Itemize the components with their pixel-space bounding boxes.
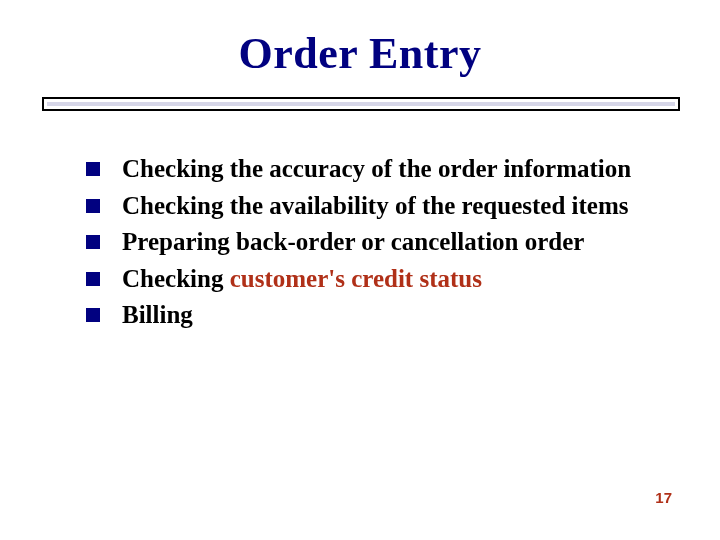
bullet-icon	[86, 235, 100, 249]
bullet-icon	[86, 308, 100, 322]
slide-title: Order Entry	[40, 28, 680, 79]
bullet-list: Checking the accuracy of the order infor…	[86, 153, 680, 332]
page-number: 17	[655, 489, 672, 506]
list-item-text: Checking customer's credit status	[122, 263, 482, 296]
bullet-icon	[86, 162, 100, 176]
list-item: Billing	[86, 299, 680, 332]
divider-fill	[47, 102, 675, 106]
list-item-text: Checking the accuracy of the order infor…	[122, 153, 631, 186]
divider	[42, 97, 680, 111]
list-item-text: Billing	[122, 299, 193, 332]
bullet-icon	[86, 199, 100, 213]
list-item-text: Preparing back-order or cancellation ord…	[122, 226, 584, 259]
bullet-icon	[86, 272, 100, 286]
list-item: Checking the availability of the request…	[86, 190, 680, 223]
list-item: Checking the accuracy of the order infor…	[86, 153, 680, 186]
list-item: Preparing back-order or cancellation ord…	[86, 226, 680, 259]
list-item: Checking customer's credit status	[86, 263, 680, 296]
slide: Order Entry Checking the accuracy of the…	[0, 0, 720, 540]
list-item-text: Checking the availability of the request…	[122, 190, 628, 223]
